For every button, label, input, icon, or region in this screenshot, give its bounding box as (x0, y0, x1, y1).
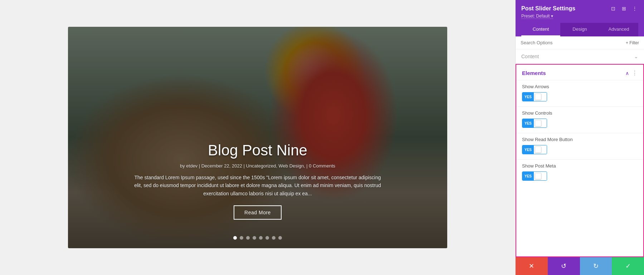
slider-container: Blog Post Nine by etdev | December 22, 2… (68, 27, 447, 248)
show-post-meta-toggle[interactable]: YES (522, 171, 547, 181)
cancel-icon: ✕ (529, 262, 534, 270)
show-arrows-knob-area (534, 92, 547, 101)
confirm-button[interactable]: ✓ (612, 257, 644, 275)
more-icon[interactable]: ⋮ (631, 5, 638, 12)
undo-icon: ↺ (561, 262, 566, 270)
show-read-more-yes: YES (522, 145, 534, 154)
panel-preset[interactable]: Preset: Default ▾ (521, 14, 638, 19)
panel-header-icons: ⊡ ⊞ ⋮ (610, 5, 638, 12)
show-controls-knob (535, 120, 541, 126)
elements-collapse-icon[interactable]: ∧ (625, 70, 629, 76)
search-area: + Filter (516, 36, 644, 49)
show-post-meta-knob-area (534, 172, 547, 180)
show-arrows-knob (535, 94, 541, 100)
preset-label[interactable]: Preset: Default ▾ (521, 14, 553, 19)
elements-menu-icon[interactable]: ⋮ (632, 70, 638, 76)
cancel-button[interactable]: ✕ (516, 257, 548, 275)
show-post-meta-item: Show Post Meta YES (516, 159, 643, 186)
dot-3[interactable] (246, 236, 250, 240)
panel-header-top: Post Slider Settings ⊡ ⊞ ⋮ (521, 5, 638, 12)
elements-header: Elements ∧ ⋮ (516, 65, 643, 80)
show-arrows-item: Show Arrows YES (516, 80, 643, 106)
elements-section: Elements ∧ ⋮ Show Arrows YES Show Contro… (516, 64, 644, 257)
panel-title: Post Slider Settings (521, 5, 575, 12)
show-post-meta-knob (535, 173, 541, 179)
show-post-meta-yes: YES (522, 172, 534, 180)
layout-icon[interactable]: ⊞ (620, 5, 628, 12)
show-read-more-toggle[interactable]: YES (522, 145, 547, 154)
slide-excerpt: The standard Lorem Ipsum passage, used s… (132, 174, 383, 198)
show-read-more-item: Show Read More Button YES (516, 133, 643, 159)
elements-header-controls: ∧ ⋮ (625, 70, 638, 76)
dot-7[interactable] (272, 236, 275, 240)
redo-icon: ↻ (593, 262, 599, 270)
settings-panel: Post Slider Settings ⊡ ⊞ ⋮ Preset: Defau… (515, 0, 644, 275)
filter-button[interactable]: + Filter (626, 40, 639, 45)
show-read-more-knob-area (534, 145, 547, 154)
slide-title: Blog Post Nine (97, 142, 419, 159)
content-section-label: Content (521, 54, 539, 59)
panel-tabs: Content Design Advanced (521, 23, 638, 36)
show-controls-knob-area (534, 119, 547, 128)
tab-design[interactable]: Design (560, 23, 599, 36)
show-read-more-label: Show Read More Button (522, 137, 638, 142)
undo-button[interactable]: ↺ (548, 257, 580, 275)
elements-title: Elements (522, 70, 546, 76)
confirm-icon: ✓ (625, 262, 631, 270)
slide-meta: by etdev | December 22, 2022 | Uncategor… (97, 163, 419, 169)
slider-area: Blog Post Nine by etdev | December 22, 2… (0, 0, 515, 275)
dot-5[interactable] (259, 236, 263, 240)
filter-label: + Filter (626, 40, 639, 45)
dot-6[interactable] (265, 236, 269, 240)
dot-8[interactable] (278, 236, 282, 240)
slider-content: Blog Post Nine by etdev | December 22, 2… (68, 142, 447, 220)
show-arrows-toggle[interactable]: YES (522, 92, 547, 101)
dot-1[interactable] (233, 236, 237, 240)
tab-content[interactable]: Content (521, 23, 560, 36)
dot-2[interactable] (240, 236, 243, 240)
show-controls-label: Show Controls (522, 110, 638, 116)
show-arrows-yes: YES (522, 92, 534, 101)
content-chevron-icon: ⌄ (634, 54, 638, 59)
show-controls-toggle[interactable]: YES (522, 119, 547, 128)
search-input[interactable] (521, 40, 623, 45)
show-controls-yes: YES (522, 119, 534, 128)
show-arrows-label: Show Arrows (522, 84, 638, 89)
show-read-more-knob (535, 146, 541, 153)
redo-button[interactable]: ↻ (580, 257, 612, 275)
show-post-meta-label: Show Post Meta (522, 163, 638, 169)
responsive-icon[interactable]: ⊡ (610, 5, 617, 12)
panel-header: Post Slider Settings ⊡ ⊞ ⋮ Preset: Defau… (516, 0, 644, 36)
dot-4[interactable] (253, 236, 256, 240)
show-controls-item: Show Controls YES (516, 106, 643, 133)
content-section-header[interactable]: Content ⌄ (516, 49, 644, 64)
action-bar: ✕ ↺ ↻ ✓ (516, 257, 644, 275)
tab-advanced[interactable]: Advanced (599, 23, 638, 36)
read-more-button[interactable]: Read More (234, 205, 282, 220)
slider-dots (68, 236, 447, 240)
